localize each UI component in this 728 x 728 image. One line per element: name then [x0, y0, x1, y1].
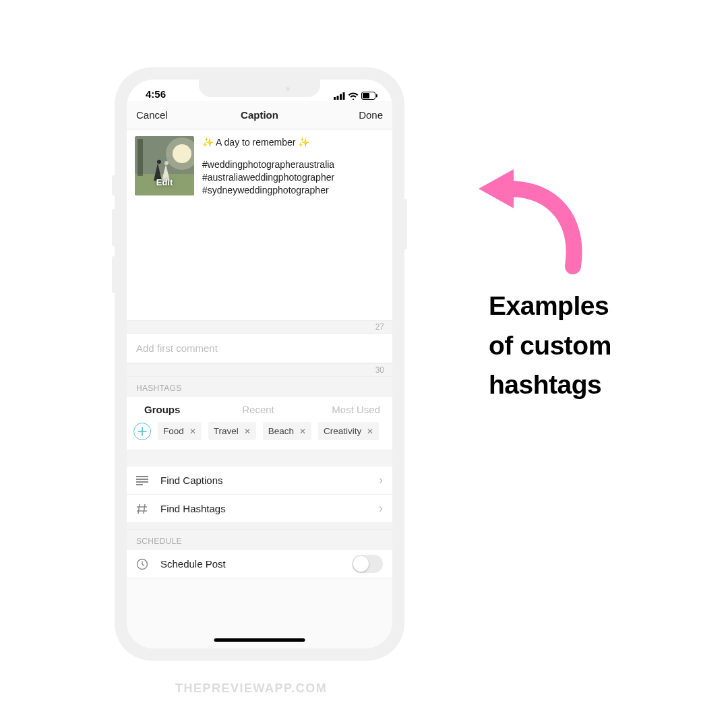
schedule-section-label: SCHEDULE: [127, 530, 392, 550]
phone-frame: 4:56 Cancel Caption Done: [115, 67, 404, 661]
close-icon[interactable]: ✕: [299, 427, 306, 436]
close-icon[interactable]: ✕: [367, 427, 373, 436]
lines-icon: [136, 476, 148, 485]
first-comment-placeholder: Add first comment: [136, 342, 218, 354]
caption-counter: 27: [127, 320, 392, 334]
chip-label: Travel: [214, 426, 239, 436]
hashtag-icon: [136, 503, 148, 515]
status-time: 4:56: [146, 88, 166, 100]
hashtag-tabs: Groups Recent Most Used: [127, 397, 392, 422]
caption-hashtag: #australiaweddingphotographer: [202, 171, 334, 184]
caption-count: 27: [375, 322, 384, 332]
schedule-post-row: Schedule Post: [127, 550, 392, 578]
battery-icon: [361, 92, 377, 100]
chip-beach[interactable]: Beach✕: [263, 422, 311, 440]
clock-icon: [136, 558, 148, 570]
caption-text[interactable]: ✨ A day to remember ✨ #weddingphotograph…: [202, 136, 334, 197]
volume-up: [112, 209, 116, 246]
svg-rect-1: [337, 96, 339, 100]
annotation-text: Examples of custom hashtags: [489, 286, 611, 405]
volume-down: [112, 256, 116, 293]
svg-rect-15: [136, 479, 148, 480]
divider: [127, 523, 392, 530]
caption-hashtag: #weddingphotographeraustralia: [202, 158, 334, 171]
tab-most-used[interactable]: Most Used: [299, 404, 383, 415]
chevron-right-icon: ›: [379, 502, 383, 516]
schedule-post-label: Schedule Post: [160, 558, 226, 570]
comment-counter: 30: [127, 363, 392, 377]
chip-travel[interactable]: Travel✕: [208, 422, 256, 440]
svg-rect-13: [138, 139, 143, 176]
notch: [199, 80, 320, 97]
chip-food[interactable]: Food✕: [158, 422, 202, 440]
first-comment-input[interactable]: Add first comment: [127, 334, 392, 363]
svg-rect-2: [340, 94, 342, 100]
mute-switch: [112, 175, 116, 195]
page-title: Caption: [241, 109, 278, 121]
caption-area: Edit ✨ A day to remember ✨ #weddingphoto…: [127, 129, 392, 197]
comment-count: 30: [375, 365, 384, 375]
cellular-icon: [334, 92, 345, 100]
tab-groups[interactable]: Groups: [136, 404, 218, 415]
chip-label: Beach: [268, 426, 294, 436]
svg-rect-16: [136, 481, 148, 483]
add-group-button[interactable]: [133, 423, 151, 440]
status-icons: [334, 92, 377, 100]
svg-rect-14: [136, 476, 148, 477]
hashtag-groups: Food✕ Travel✕ Beach✕ Creativity✕: [127, 422, 392, 450]
tab-recent[interactable]: Recent: [218, 404, 299, 415]
svg-point-12: [164, 161, 169, 165]
spacer: [127, 197, 392, 321]
arrow-icon: [465, 165, 586, 280]
home-indicator: [214, 638, 305, 642]
chip-label: Creativity: [324, 426, 361, 436]
find-captions-label: Find Captions: [160, 475, 223, 486]
done-button[interactable]: Done: [342, 109, 383, 121]
svg-rect-3: [343, 92, 345, 100]
chip-label: Food: [163, 426, 184, 436]
svg-rect-6: [376, 94, 377, 98]
chevron-right-icon: ›: [379, 473, 383, 487]
edit-label: Edit: [135, 177, 194, 187]
wifi-icon: [348, 92, 359, 100]
close-icon[interactable]: ✕: [244, 427, 251, 436]
annotation-line: Examples: [489, 286, 611, 326]
svg-rect-17: [136, 484, 143, 485]
hashtags-section-label: HASHTAGS: [127, 377, 392, 397]
power-button: [403, 199, 407, 249]
find-hashtags-row[interactable]: Find Hashtags ›: [127, 495, 392, 523]
chip-creativity[interactable]: Creativity✕: [318, 422, 379, 440]
plus-icon: [138, 427, 147, 436]
close-icon[interactable]: ✕: [189, 427, 196, 436]
watermark: THEPREVIEWAPP.COM: [175, 681, 327, 696]
post-thumbnail[interactable]: Edit: [135, 136, 194, 195]
caption-hashtag: #sydneyweddingphotographer: [202, 184, 334, 197]
svg-point-11: [157, 160, 161, 164]
cancel-button[interactable]: Cancel: [136, 109, 177, 121]
annotation-line: of custom: [489, 326, 611, 366]
screen: 4:56 Cancel Caption Done: [127, 80, 392, 648]
caption-blank: [202, 149, 334, 158]
schedule-toggle[interactable]: [352, 555, 383, 573]
find-hashtags-label: Find Hashtags: [160, 503, 226, 514]
caption-line: ✨ A day to remember ✨: [202, 136, 334, 149]
annotation-line: hashtags: [489, 365, 611, 405]
nav-bar: Cancel Caption Done: [127, 101, 392, 129]
svg-rect-5: [363, 93, 369, 98]
divider: [127, 450, 392, 466]
find-captions-row[interactable]: Find Captions ›: [127, 466, 392, 495]
svg-rect-0: [334, 97, 336, 100]
